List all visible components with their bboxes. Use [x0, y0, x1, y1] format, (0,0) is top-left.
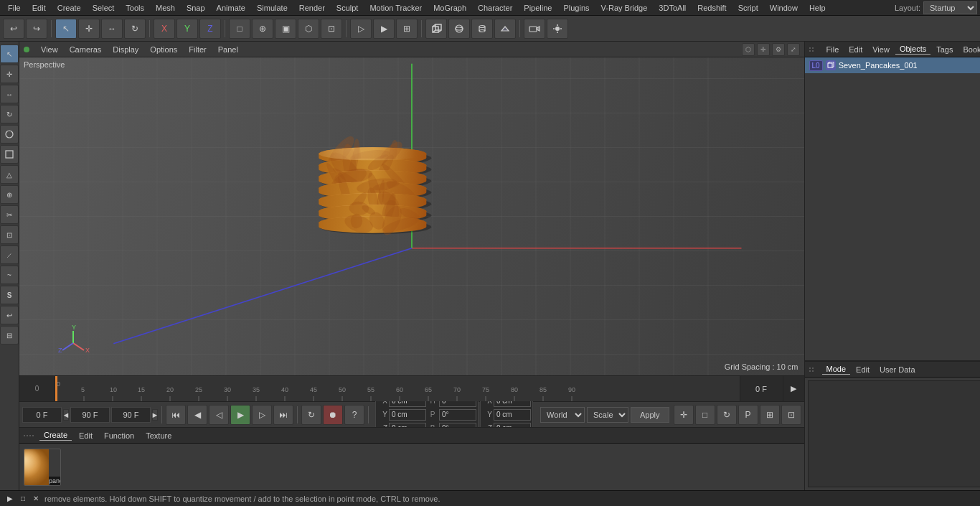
world-dropdown[interactable]: World Object	[540, 407, 585, 423]
sidebar-paint-btn[interactable]: ⟋	[0, 245, 19, 264]
playback-extra-1[interactable]: ✛	[674, 405, 694, 425]
objects-file-tab[interactable]: File	[822, 44, 844, 55]
menu-vray[interactable]: V-Ray Bridge	[596, 2, 653, 14]
plane-button[interactable]	[494, 19, 516, 39]
attr-edit-tab[interactable]: Edit	[852, 365, 874, 375]
attr-userdata-tab[interactable]: User Data	[875, 365, 920, 375]
coord-p-input[interactable]	[439, 409, 476, 421]
playback-extra-2[interactable]: □	[695, 405, 715, 425]
menu-3dtall[interactable]: 3DToAll	[654, 2, 691, 14]
objects-view-tab[interactable]: View	[868, 44, 894, 55]
menu-tools[interactable]: Tools	[121, 2, 149, 14]
loop-button[interactable]: ⊡	[321, 19, 342, 39]
undo-button[interactable]: ↩	[3, 19, 24, 39]
menu-motion-tracker[interactable]: Motion Tracker	[364, 2, 427, 14]
play-backward-button[interactable]: ◁	[209, 405, 229, 425]
menu-pipeline[interactable]: Pipeline	[519, 2, 557, 14]
viewport-icon-fullscreen[interactable]: ⤢	[787, 43, 800, 56]
axis-y-button[interactable]: Y	[176, 19, 198, 39]
menu-redshift[interactable]: Redshift	[692, 2, 731, 14]
material-create-tab[interactable]: Create	[39, 430, 72, 441]
timeline-ruler[interactable]: 0 5 10 15 20 25 30 35	[55, 376, 740, 401]
menu-render[interactable]: Render	[294, 2, 330, 14]
sidebar-mode3-btn[interactable]: △	[0, 165, 19, 184]
menu-character[interactable]: Character	[473, 2, 517, 14]
menu-select[interactable]: Select	[88, 2, 120, 14]
size-y-input[interactable]	[494, 409, 531, 421]
attr-mode-tab[interactable]: Mode	[822, 364, 851, 375]
sidebar-scale-btn[interactable]: ↔	[0, 85, 19, 103]
playback-extra-3[interactable]: ↻	[717, 405, 737, 425]
axis-x-button[interactable]: X	[154, 19, 175, 39]
viewport-3d[interactable]: Perspective Grid Spacing : 10 cm X Y Z	[19, 57, 804, 375]
bevel-button[interactable]: ⬡	[298, 19, 319, 39]
next-frame-button[interactable]: ▷	[252, 405, 272, 425]
menu-sculpt[interactable]: Sculpt	[331, 2, 364, 14]
render-preview-button[interactable]: ▷	[350, 19, 372, 39]
menu-animate[interactable]: Animate	[212, 2, 250, 14]
sidebar-snap-btn[interactable]: ↩	[0, 306, 19, 324]
sidebar-move-btn[interactable]: ✛	[0, 65, 19, 83]
viewport-dot-green[interactable]	[24, 47, 29, 52]
menu-create[interactable]: Create	[52, 2, 86, 14]
extrude-button[interactable]: ⊕	[252, 19, 273, 39]
last-frame-button[interactable]: ⏭	[273, 405, 293, 425]
record-button[interactable]: ⏺	[323, 405, 343, 425]
vp-view-menu[interactable]: View	[38, 44, 61, 55]
playback-extra-5[interactable]: ⊞	[760, 405, 780, 425]
first-frame-button[interactable]: ⏮	[166, 405, 186, 425]
menu-file[interactable]: File	[3, 2, 26, 14]
material-texture-tab[interactable]: Texture	[141, 431, 176, 441]
prev-frame-button[interactable]: ◀	[187, 405, 207, 425]
playback-end-input[interactable]	[70, 407, 110, 423]
playback-start-arrow[interactable]: ◄	[63, 409, 69, 421]
object-item-pancakes[interactable]: L0 Seven_Pancakes_001	[805, 57, 980, 73]
sidebar-mode1-btn[interactable]	[0, 125, 19, 144]
sidebar-knife-btn[interactable]: ⊡	[0, 225, 19, 244]
viewport-icon-expand[interactable]: ⬡	[742, 43, 755, 56]
subdivide-button[interactable]: ▣	[275, 19, 296, 39]
timeline-end-btn[interactable]: ▶	[783, 376, 804, 401]
material-function-tab[interactable]: Function	[100, 431, 138, 441]
menu-help[interactable]: Help	[804, 2, 831, 14]
objects-edit-tab[interactable]: Edit	[844, 44, 867, 55]
menu-edit[interactable]: Edit	[27, 2, 51, 14]
objects-tags-tab[interactable]: Tags	[932, 44, 957, 55]
sidebar-select-btn[interactable]: ↖	[0, 44, 19, 63]
menu-mesh[interactable]: Mesh	[151, 2, 180, 14]
menu-simulate[interactable]: Simulate	[252, 2, 293, 14]
coord-y-input[interactable]	[389, 409, 426, 421]
render-settings-button[interactable]: ⊞	[396, 19, 418, 39]
apply-button[interactable]: Apply	[631, 407, 669, 423]
sphere-button[interactable]	[448, 19, 470, 39]
menu-window[interactable]: Window	[765, 2, 803, 14]
sidebar-rotate-btn[interactable]: ↻	[0, 105, 19, 123]
camera-button[interactable]	[524, 19, 545, 39]
light-button[interactable]	[547, 19, 568, 39]
viewport-icon-settings[interactable]: ⚙	[772, 43, 785, 56]
redo-button[interactable]: ↪	[26, 19, 47, 39]
material-pancake-thumb[interactable]: pancake	[24, 449, 61, 486]
status-close-icon[interactable]: ✕	[30, 493, 42, 505]
menu-snap[interactable]: Snap	[182, 2, 210, 14]
sidebar-misc-btn[interactable]: ⊟	[0, 326, 19, 345]
vp-panel-menu[interactable]: Panel	[215, 44, 241, 55]
sidebar-mode4-btn[interactable]: ⊕	[0, 185, 19, 204]
sidebar-mode2-btn[interactable]	[0, 145, 19, 164]
move-tool-button[interactable]: ✛	[78, 19, 100, 39]
layout-dropdown[interactable]: Startup Standard	[923, 1, 977, 14]
material-edit-tab[interactable]: Edit	[75, 431, 97, 441]
objects-bookmarks-tab[interactable]: Bookmarks	[958, 44, 980, 55]
playback-extra-4[interactable]: P	[738, 405, 758, 425]
help-button[interactable]: ?	[344, 405, 364, 425]
loop-playback-button[interactable]: ↻	[301, 405, 321, 425]
sidebar-sculpt-btn[interactable]: ✂	[0, 205, 19, 224]
menu-mograph[interactable]: MoGraph	[428, 2, 471, 14]
sidebar-s-btn[interactable]: S	[0, 286, 19, 304]
render-button[interactable]: ▶	[373, 19, 395, 39]
playback-extra-6[interactable]: ⊡	[781, 405, 801, 425]
rotate-tool-button[interactable]: ↻	[124, 19, 146, 39]
scale-dropdown[interactable]: Scale	[587, 407, 628, 423]
playback-preview-start-input[interactable]	[111, 407, 151, 423]
viewport-icon-move[interactable]: ✛	[757, 43, 770, 56]
